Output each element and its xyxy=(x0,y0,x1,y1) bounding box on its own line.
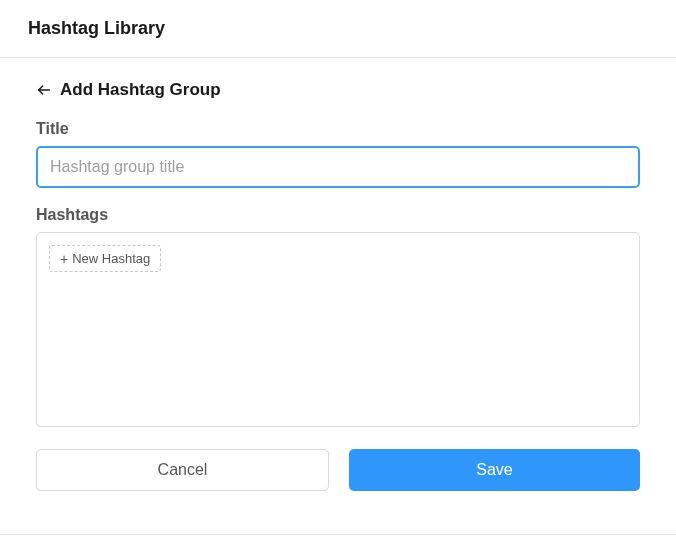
title-label: Title xyxy=(36,120,640,138)
plus-icon: + xyxy=(60,252,68,266)
arrow-left-icon xyxy=(36,82,52,98)
cancel-button[interactable]: Cancel xyxy=(36,449,329,491)
content-area: Add Hashtag Group Title Hashtags + New H… xyxy=(0,58,676,491)
page-title: Hashtag Library xyxy=(28,18,648,39)
footer-divider xyxy=(0,534,676,535)
save-button[interactable]: Save xyxy=(349,449,640,491)
back-button[interactable]: Add Hashtag Group xyxy=(36,80,640,100)
new-hashtag-button[interactable]: + New Hashtag xyxy=(49,245,161,272)
new-hashtag-label: New Hashtag xyxy=(72,251,150,266)
back-label: Add Hashtag Group xyxy=(60,80,221,100)
header: Hashtag Library xyxy=(0,0,676,57)
hashtags-label: Hashtags xyxy=(36,206,640,224)
button-row: Cancel Save xyxy=(36,449,640,491)
hashtags-container[interactable]: + New Hashtag xyxy=(36,232,640,427)
title-input[interactable] xyxy=(36,146,640,188)
